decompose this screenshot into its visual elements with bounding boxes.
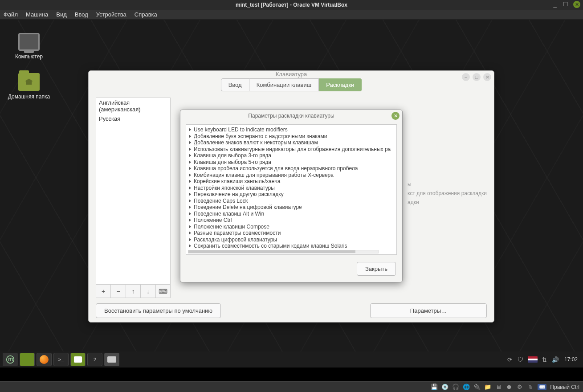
- vbox-hostkey-label: Правый Ctrl: [550, 384, 579, 390]
- menu-file[interactable]: Файл: [4, 11, 18, 18]
- remove-button[interactable]: −: [111, 285, 126, 298]
- tree-item[interactable]: Разные параметры совместимости: [186, 230, 396, 237]
- tab-input[interactable]: Ввод: [221, 78, 249, 91]
- tree-item[interactable]: Комбинация клавиш для прерывания работы …: [186, 172, 396, 179]
- move-down-button[interactable]: ↓: [141, 285, 155, 298]
- desktop-icon-computer[interactable]: Компьютер: [4, 33, 53, 60]
- clock[interactable]: 17:02: [564, 356, 578, 363]
- tree-item[interactable]: Настройки японской клавиатуры: [186, 185, 396, 192]
- tree-item[interactable]: Положение клавиши Compose: [186, 224, 396, 230]
- tabs: Ввод Комбинации клавиш Раскладки: [89, 78, 494, 91]
- taskbar-files[interactable]: [70, 353, 86, 366]
- vbox-recording-icon[interactable]: ⏺: [506, 384, 513, 391]
- tree-item[interactable]: Поведение Delete на цифровой клавиатуре: [186, 204, 396, 211]
- tree-item[interactable]: Корейские клавиши хангыль/ханча: [186, 178, 396, 185]
- show-desktop-button[interactable]: [20, 353, 35, 366]
- tray-updates-icon[interactable]: ⟳: [506, 356, 514, 363]
- vbox-network-icon[interactable]: 🌐: [463, 384, 470, 391]
- dialog-titlebar[interactable]: Параметры раскладки клавиатуры ✕: [180, 110, 402, 122]
- expand-icon[interactable]: [189, 154, 191, 157]
- expand-icon[interactable]: [189, 225, 191, 229]
- tray-network-icon[interactable]: ⇅: [541, 356, 548, 363]
- tree-item[interactable]: Использовать клавиатурные индикаторы для…: [186, 146, 396, 153]
- close-icon[interactable]: ✕: [391, 112, 400, 120]
- tree-item[interactable]: Добавление знаков валют к некоторым клав…: [186, 139, 396, 146]
- menu-input[interactable]: Ввод: [75, 11, 88, 18]
- taskbar-app-keyboard[interactable]: [104, 353, 119, 366]
- list-item[interactable]: Английская (американская): [96, 98, 170, 114]
- desktop-icon-home[interactable]: Домашняя папка: [4, 73, 53, 100]
- add-button[interactable]: +: [96, 285, 111, 298]
- tree-item[interactable]: Добавление букв эсперанто с надстрочными…: [186, 133, 396, 140]
- expand-icon[interactable]: [189, 186, 191, 190]
- tree-item[interactable]: Раскладка цифровой клавиатуры: [186, 237, 396, 243]
- vbox-optical-icon[interactable]: 💿: [441, 384, 448, 391]
- expand-icon[interactable]: [189, 192, 191, 196]
- taskbar-firefox[interactable]: [37, 353, 52, 366]
- vbox-audio-icon[interactable]: 🎧: [452, 384, 459, 391]
- tray-sound-icon[interactable]: 🔊: [552, 356, 559, 363]
- restore-defaults-button[interactable]: Восстановить параметры по умолчанию: [96, 303, 221, 318]
- expand-icon[interactable]: [189, 180, 191, 183]
- tree-item[interactable]: Положение Ctrl: [186, 217, 396, 224]
- expand-icon[interactable]: [189, 147, 191, 151]
- mint-menu-button[interactable]: [3, 353, 18, 366]
- expand-icon[interactable]: [189, 238, 191, 241]
- vbox-mouse-icon[interactable]: 🖱: [527, 384, 534, 391]
- minimize-icon[interactable]: −: [462, 73, 470, 81]
- horizontal-scrollbar[interactable]: [188, 250, 379, 253]
- vbox-keyboard-capture-icon[interactable]: ⌨: [538, 384, 546, 390]
- maximize-icon[interactable]: □: [473, 73, 481, 81]
- expand-icon[interactable]: [189, 167, 191, 170]
- menu-devices[interactable]: Устройства: [96, 11, 126, 18]
- expand-icon[interactable]: [189, 135, 191, 138]
- options-tree[interactable]: Use keyboard LED to indicate modifiers Д…: [186, 124, 397, 255]
- move-up-button[interactable]: ↑: [126, 285, 141, 298]
- expand-icon[interactable]: [189, 218, 191, 222]
- partial-hint-text: ы кст для отображения раскладки адки: [408, 180, 487, 207]
- expand-icon[interactable]: [189, 128, 191, 131]
- tray-shield-icon[interactable]: 🛡: [517, 356, 524, 363]
- tree-item[interactable]: Клавиша для выбора 3-го ряда: [186, 152, 396, 159]
- expand-icon[interactable]: [189, 173, 191, 177]
- list-item[interactable]: Русская: [96, 114, 170, 123]
- tree-item[interactable]: Клавиша для выбора 5-го ряда: [186, 159, 396, 166]
- expand-icon[interactable]: [189, 160, 191, 164]
- tab-shortcuts[interactable]: Комбинации клавиш: [249, 78, 319, 91]
- expand-icon[interactable]: [189, 199, 191, 203]
- vbox-display-icon[interactable]: 🖥: [495, 384, 502, 391]
- show-keyboard-button[interactable]: ⌨: [156, 285, 170, 298]
- expand-icon[interactable]: [189, 212, 191, 216]
- close-icon[interactable]: ✕: [573, 1, 580, 8]
- tree-item[interactable]: Поведение клавиш Alt и Win: [186, 211, 396, 217]
- tree-item[interactable]: Сохранить совместимость со старыми кодам…: [186, 243, 396, 249]
- menu-view[interactable]: Вид: [56, 11, 67, 18]
- tree-item[interactable]: Клавиша пробела используется для ввода н…: [186, 165, 396, 172]
- monitor-icon: [18, 33, 40, 51]
- taskbar-workspaces[interactable]: 2: [87, 353, 102, 366]
- tree-item[interactable]: Переключение на другую раскладку: [186, 191, 396, 198]
- vbox-shared-icon[interactable]: 📁: [484, 384, 491, 391]
- taskbar-terminal[interactable]: >_: [53, 353, 69, 366]
- close-icon[interactable]: ✕: [483, 73, 491, 81]
- close-button[interactable]: Закрыть: [357, 262, 396, 276]
- vbox-cpu-icon[interactable]: ⚙: [516, 384, 523, 391]
- tray-lang-indicator[interactable]: [528, 356, 538, 363]
- expand-icon[interactable]: [189, 141, 191, 144]
- parameters-button[interactable]: Параметры…: [370, 303, 487, 318]
- tab-layouts[interactable]: Раскладки: [319, 78, 362, 91]
- tree-item[interactable]: Поведение Caps Lock: [186, 198, 396, 204]
- window-titlebar[interactable]: Клавиатура − □ ✕: [89, 71, 494, 78]
- tree-item[interactable]: Use keyboard LED to indicate modifiers: [186, 127, 396, 133]
- expand-icon[interactable]: [189, 244, 191, 248]
- minimize-icon[interactable]: _: [552, 1, 558, 7]
- vbox-usb-icon[interactable]: 🔌: [473, 384, 481, 391]
- layout-list[interactable]: Английская (американская) Русская: [96, 98, 171, 285]
- expand-icon[interactable]: [189, 231, 191, 235]
- menu-machine[interactable]: Машина: [26, 11, 48, 18]
- maximize-icon[interactable]: ☐: [563, 1, 569, 7]
- expand-icon[interactable]: [189, 205, 191, 209]
- vbox-hdd-icon[interactable]: 💾: [431, 384, 438, 391]
- layout-toolbar: + − ↑ ↓ ⌨: [96, 285, 171, 298]
- menu-help[interactable]: Справка: [135, 11, 157, 18]
